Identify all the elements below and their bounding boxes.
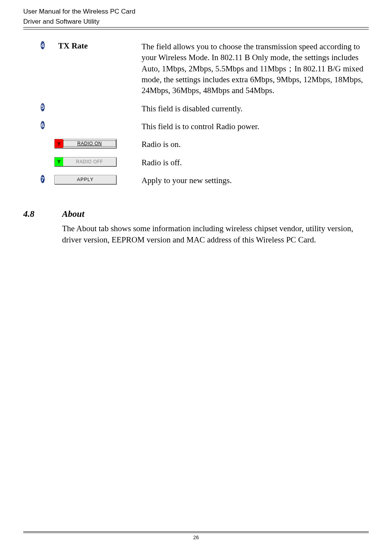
antenna-icon-green: Y xyxy=(55,157,63,166)
content-area: 4 TX Rate The field allows you to choose… xyxy=(23,29,369,245)
antenna-icon-red: Y xyxy=(55,139,63,148)
item-row-radio-on: Y RADIO ON Radio is on. xyxy=(23,139,369,150)
item-row-5: 5 This field is disabled currently. xyxy=(23,103,369,114)
header-title-line1: User Manual for the Wireless PC Card xyxy=(23,8,369,16)
item-row-4: 4 TX Rate The field allows you to choose… xyxy=(23,41,369,96)
radio-off-button-label: RADIO OFF xyxy=(63,159,116,164)
desc-tx-rate: The field allows you to choose the trans… xyxy=(142,41,369,96)
label-tx-rate: TX Rate xyxy=(43,41,142,51)
desc-apply: Apply to your new settings. xyxy=(142,175,369,186)
apply-button[interactable]: APPLY xyxy=(54,175,116,184)
header-title-line2: Driver and Software Utility xyxy=(23,18,369,28)
section-title: About xyxy=(62,209,85,219)
section-number: 4.8 xyxy=(23,209,62,219)
radio-off-button[interactable]: Y RADIO OFF xyxy=(54,157,116,166)
bullet-6-icon: 6 xyxy=(41,121,45,129)
bullet-5-icon: 5 xyxy=(41,103,45,111)
apply-button-label: APPLY xyxy=(55,177,116,182)
desc-radio-on: Radio is on. xyxy=(142,139,369,150)
radio-on-button[interactable]: Y RADIO ON xyxy=(54,139,116,148)
item-row-6: 6 This field is to control Radio power. xyxy=(23,121,369,132)
page-header: User Manual for the Wireless PC Card Dri… xyxy=(23,0,369,29)
item-row-radio-off: Y RADIO OFF Radio is off. xyxy=(23,157,369,168)
item-row-7: 7 APPLY Apply to your new settings. xyxy=(23,175,369,186)
page-footer: 26 xyxy=(23,531,369,540)
desc-radio-power: This field is to control Radio power. xyxy=(142,121,369,132)
section-body-about: The About tab shows some information inc… xyxy=(23,223,369,245)
desc-field-disabled: This field is disabled currently. xyxy=(142,103,369,114)
radio-on-button-label: RADIO ON xyxy=(63,140,116,147)
desc-radio-off: Radio is off. xyxy=(142,157,369,168)
section-heading-about: 4.8 About xyxy=(23,209,369,219)
page-number: 26 xyxy=(23,535,369,540)
